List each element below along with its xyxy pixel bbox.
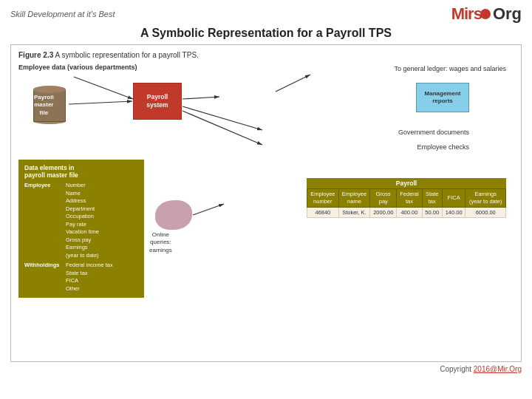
field-vacation: Vacation time bbox=[66, 228, 99, 236]
payroll-system-box: Payrollsystem bbox=[133, 83, 182, 120]
col-state-tax: Statetax bbox=[422, 189, 442, 208]
figure-title: Figure 2.3 A symbolic representation for… bbox=[18, 51, 514, 59]
cylinder-label: Payrollmasterfile bbox=[34, 94, 54, 117]
field-name: Name bbox=[66, 190, 99, 198]
data-elements-box: Data elements inpayroll master file Empl… bbox=[18, 160, 144, 298]
copyright: Copyright bbox=[440, 365, 474, 373]
cell-gross-pay: 2000.00 bbox=[370, 207, 397, 217]
field-department: Department bbox=[66, 205, 99, 214]
col-emp-name: Employeename bbox=[338, 189, 370, 208]
svg-line-6 bbox=[183, 106, 262, 130]
svg-line-4 bbox=[183, 97, 219, 99]
cylinder-top bbox=[33, 86, 66, 93]
svg-line-3 bbox=[69, 101, 132, 104]
payroll-table-container: Payroll Employeenumber Employeename Gros… bbox=[307, 178, 506, 218]
cell-emp-number: 46840 bbox=[307, 207, 339, 217]
footer: Copyright 2016@Mir.Org bbox=[0, 362, 532, 376]
content-area: Figure 2.3 A symbolic representation for… bbox=[10, 44, 522, 362]
field-number: Number bbox=[66, 182, 99, 190]
cell-fica: 140.00 bbox=[442, 207, 466, 217]
page-title: A Symbolic Representation for a Payroll … bbox=[0, 25, 532, 44]
employee-data-label: Employee data (various departments) bbox=[18, 64, 137, 71]
col-federal-tax: Federaltax bbox=[397, 189, 422, 208]
employee-checks-label: Employee checks bbox=[417, 143, 469, 151]
field-earnings-ytd: (year to date) bbox=[66, 252, 99, 260]
cell-state-tax: 50.00 bbox=[422, 207, 442, 217]
col-emp-number: Employeenumber bbox=[307, 189, 339, 208]
tagline: Skill Development at it's Best bbox=[10, 10, 115, 18]
logo-org: Org bbox=[493, 4, 522, 24]
svg-line-2 bbox=[74, 77, 133, 99]
field-earnings: Earnings bbox=[66, 244, 99, 252]
gen-ledger-label: To general ledger: wages and salaries bbox=[394, 65, 506, 72]
field-federal-income: Federal income tax bbox=[66, 262, 113, 270]
svg-line-7 bbox=[183, 111, 262, 145]
management-reports-label: Managementreports bbox=[425, 90, 461, 106]
withholdings-fields: Federal income tax State tax FICA Other bbox=[66, 262, 113, 293]
blob-shape bbox=[155, 200, 192, 230]
header: Skill Development at it's Best Mirs Org bbox=[0, 0, 532, 25]
payroll-table: Employeenumber Employeename Grosspay Fed… bbox=[307, 188, 506, 218]
cell-earnings-ytd: 6000.00 bbox=[466, 207, 506, 217]
online-queries: Onlinequeries:earnings bbox=[155, 200, 192, 230]
govt-docs-label: Government documents bbox=[398, 129, 469, 136]
management-reports-box: Managementreports bbox=[416, 83, 469, 112]
payroll-master-file: Payrollmasterfile bbox=[33, 86, 66, 124]
logo: Mirs Org bbox=[451, 4, 522, 24]
table-row: 46840 Stoker, K. 2000.00 400.00 50.00 14… bbox=[307, 207, 506, 217]
field-grosspay: Gross pay bbox=[66, 236, 99, 245]
field-fica: FICA bbox=[66, 277, 113, 285]
logo-circle-icon bbox=[480, 9, 491, 19]
figure-label: Figure 2.3 bbox=[18, 51, 53, 59]
cell-federal-tax: 400.00 bbox=[397, 207, 422, 217]
cell-emp-name: Stoker, K. bbox=[338, 207, 370, 217]
field-payrate: Pay rate bbox=[66, 221, 99, 229]
copyright-link[interactable]: 2016@Mir.Org bbox=[474, 365, 522, 373]
svg-line-5 bbox=[276, 75, 310, 92]
employee-row: Employee Number Name Address Department … bbox=[24, 182, 138, 259]
payroll-system-label: Payrollsystem bbox=[146, 93, 168, 109]
col-earnings-ytd: Earnings(year to date) bbox=[466, 189, 506, 208]
field-other: Other bbox=[66, 285, 113, 293]
data-elements-title: Data elements inpayroll master file bbox=[24, 164, 138, 179]
payroll-table-header: Payroll bbox=[307, 178, 506, 188]
logo-mirs: Mirs bbox=[451, 4, 482, 24]
col-fica: FICA bbox=[442, 189, 466, 208]
cylinder-body: Payrollmasterfile bbox=[33, 89, 66, 122]
field-state-tax: State tax bbox=[66, 270, 113, 278]
field-occupation: Occupation bbox=[66, 213, 99, 221]
svg-line-8 bbox=[193, 204, 224, 215]
diagram: Employee data (various departments) To g… bbox=[18, 64, 514, 352]
col-gross-pay: Grosspay bbox=[370, 189, 397, 208]
withholdings-row: Withholdings Federal income tax State ta… bbox=[24, 262, 138, 293]
table-header-row: Employeenumber Employeename Grosspay Fed… bbox=[307, 189, 506, 208]
field-address: Address bbox=[66, 197, 99, 205]
withholdings-key: Withholdings bbox=[24, 262, 63, 293]
employee-fields: Number Name Address Department Occupatio… bbox=[66, 182, 99, 259]
employee-key: Employee bbox=[24, 182, 63, 259]
online-queries-label: Onlinequeries:earnings bbox=[149, 231, 172, 254]
figure-description: A symbolic representation for a payroll … bbox=[55, 51, 198, 59]
